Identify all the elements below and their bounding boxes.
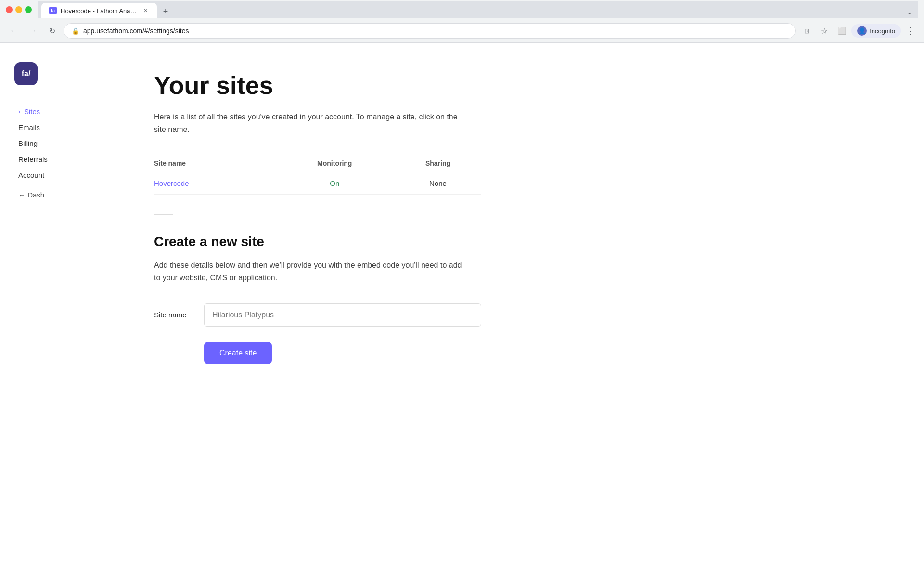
sidebar-item-referrals[interactable]: Referrals <box>14 152 101 166</box>
close-button[interactable] <box>6 6 13 13</box>
new-tab-button[interactable]: + <box>159 5 172 18</box>
sidebar-item-referrals-label: Referrals <box>18 155 48 163</box>
window-controls <box>6 6 32 13</box>
browser-menu-button[interactable]: ⋮ <box>903 23 918 39</box>
table-row: Hovercode On None <box>154 172 481 195</box>
sidebar-item-account[interactable]: Account <box>14 168 101 182</box>
page-content: fa/ › Sites Emails Billing Referrals Acc… <box>0 43 924 561</box>
collapse-button[interactable]: ⌄ <box>904 5 914 18</box>
bookmark-icon[interactable]: ☆ <box>817 23 832 39</box>
back-nav-button[interactable]: ← <box>6 23 21 39</box>
sidebar: fa/ › Sites Emails Billing Referrals Acc… <box>0 43 116 561</box>
tab-close-button[interactable]: ✕ <box>141 7 149 14</box>
create-site-button[interactable]: Create site <box>204 342 272 364</box>
tab-title: Hovercode - Fathom Analytics <box>61 7 138 14</box>
col-site-name: Site name <box>154 155 274 172</box>
sidebar-back-label: ← Dash <box>18 191 44 199</box>
minimize-button[interactable] <box>15 6 22 13</box>
site-name-link[interactable]: Hovercode <box>154 179 189 187</box>
chevron-right-icon: › <box>18 108 20 115</box>
divider <box>154 214 173 215</box>
logo: fa/ <box>14 62 38 85</box>
sidebar-item-sites-label: Sites <box>24 107 40 116</box>
nav-links: › Sites Emails Billing Referrals Account… <box>14 105 101 202</box>
profile-avatar: 👤 <box>857 26 867 36</box>
refresh-button[interactable]: ↻ <box>44 23 60 39</box>
sidebar-item-billing-label: Billing <box>18 139 38 147</box>
sidebar-item-emails[interactable]: Emails <box>14 120 101 134</box>
sidebar-item-dash[interactable]: ← Dash <box>14 188 101 202</box>
site-name-form-group: Site name <box>154 303 481 327</box>
sidebar-item-emails-label: Emails <box>18 123 40 131</box>
maximize-button[interactable] <box>25 6 32 13</box>
main-content: Your sites Here is a list of all the sit… <box>116 43 924 561</box>
page-subtitle: Here is a list of all the sites you've c… <box>154 111 462 135</box>
sharing-status: None <box>429 179 447 187</box>
active-tab[interactable]: fa Hovercode - Fathom Analytics ✕ <box>41 3 157 18</box>
tabs-bar: fa Hovercode - Fathom Analytics ✕ + ⌄ <box>38 1 918 18</box>
create-section-title: Create a new site <box>154 234 886 250</box>
col-sharing: Sharing <box>395 155 481 172</box>
page-title: Your sites <box>154 72 886 99</box>
url-bar[interactable]: 🔒 app.usefathom.com/#/settings/sites <box>64 23 796 39</box>
sites-table: Site name Monitoring Sharing Hovercode O… <box>154 155 481 195</box>
forward-nav-button[interactable]: → <box>25 23 40 39</box>
profile-label: Incognito <box>870 27 895 35</box>
monitoring-status: On <box>330 179 339 187</box>
url-text: app.usefathom.com/#/settings/sites <box>83 27 787 35</box>
browser-chrome: fa Hovercode - Fathom Analytics ✕ + ⌄ ← … <box>0 0 924 43</box>
site-name-label: Site name <box>154 311 192 319</box>
profile-button[interactable]: 👤 Incognito <box>851 24 901 38</box>
cast-icon[interactable]: ⊡ <box>799 23 815 39</box>
tab-favicon: fa <box>49 7 57 14</box>
extensions-icon[interactable]: ⬜ <box>834 23 849 39</box>
address-bar: ← → ↻ 🔒 app.usefathom.com/#/settings/sit… <box>0 19 924 42</box>
lock-icon: 🔒 <box>72 27 79 35</box>
create-section-description: Add these details below and then we'll p… <box>154 259 462 284</box>
sidebar-item-sites[interactable]: › Sites <box>14 105 101 118</box>
sidebar-item-account-label: Account <box>18 171 44 179</box>
address-actions: ⊡ ☆ ⬜ 👤 Incognito ⋮ <box>799 23 918 39</box>
sidebar-item-billing[interactable]: Billing <box>14 136 101 150</box>
site-name-input[interactable] <box>204 303 481 327</box>
col-monitoring: Monitoring <box>274 155 395 172</box>
title-bar: fa Hovercode - Fathom Analytics ✕ + ⌄ <box>0 0 924 19</box>
